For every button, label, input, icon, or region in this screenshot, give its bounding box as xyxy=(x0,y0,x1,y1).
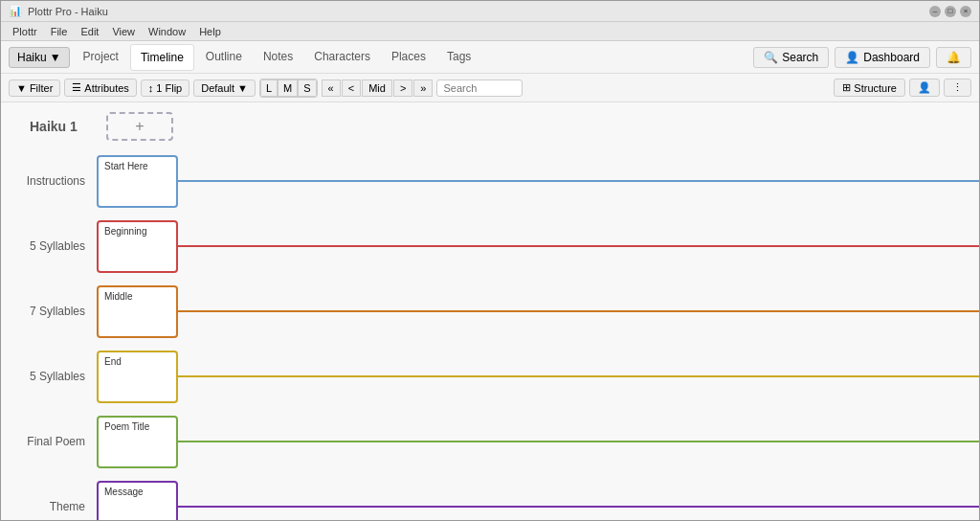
search-button[interactable]: 🔍 Search xyxy=(753,47,829,68)
app-icon: 📊 xyxy=(9,5,22,17)
menubar-item-edit[interactable]: Edit xyxy=(75,24,104,39)
connector-line-1 xyxy=(178,245,979,247)
menubar: PlottrFileEditViewWindowHelp xyxy=(1,22,979,41)
add-card-button[interactable]: + xyxy=(106,112,173,141)
tab-timeline[interactable]: Timeline xyxy=(130,44,194,71)
row-content-0: Start Here xyxy=(97,155,979,208)
row-content-5: Message xyxy=(97,481,979,522)
row-content-4: Poem Title xyxy=(97,416,979,468)
timeline-content: Haiku 1 + InstructionsStart Here5 Syllab… xyxy=(1,102,979,521)
timeline-row: 5 SyllablesBeginning xyxy=(11,217,979,275)
flip-button[interactable]: ↕ 1 Flip xyxy=(141,79,189,97)
menubar-item-help[interactable]: Help xyxy=(193,24,227,39)
size-medium-button[interactable]: M xyxy=(278,79,298,97)
timeline-card-3[interactable]: End xyxy=(97,351,178,403)
structure-button[interactable]: ⊞ Structure xyxy=(834,79,905,97)
row-label-instructions: Instructions xyxy=(11,174,97,188)
size-buttons: L M S xyxy=(259,79,318,98)
menubar-item-plottr[interactable]: Plottr xyxy=(7,24,43,39)
filter-button[interactable]: ▼ Filter xyxy=(9,79,60,97)
default-dropdown-button[interactable]: Default ▼ xyxy=(193,79,256,97)
titlebar-title: Plottr Pro - Haiku xyxy=(28,6,108,17)
app-window: 📊 Plottr Pro - Haiku – □ × PlottrFileEdi… xyxy=(0,0,980,521)
timeline-row: Final PoemPoem Title xyxy=(11,413,979,470)
timeline-row: 5 SyllablesEnd xyxy=(11,348,979,405)
filter-icon: ▼ xyxy=(16,82,27,94)
tab-characters[interactable]: Characters xyxy=(304,44,380,71)
toolbar2-right: ⊞ Structure 👤 ⋮ xyxy=(834,79,971,97)
timeline-card-5[interactable]: Message xyxy=(97,481,178,522)
size-small-button[interactable]: S xyxy=(298,79,316,97)
row-label-theme: Theme xyxy=(11,500,97,513)
search-icon: 🔍 xyxy=(764,51,778,64)
nav-prev-button[interactable]: < xyxy=(342,79,361,97)
minimize-button[interactable]: – xyxy=(929,6,941,17)
timeline-title: Haiku 1 xyxy=(30,119,78,134)
menubar-item-window[interactable]: Window xyxy=(143,24,191,39)
nav-arrow-buttons: « < Mid > » xyxy=(322,79,434,97)
toolbar2: ▼ Filter ☰ Attributes ↕ 1 Flip Default ▼… xyxy=(1,74,979,102)
toolbar2-left: ▼ Filter ☰ Attributes ↕ 1 Flip Default ▼… xyxy=(9,79,523,98)
connector-line-2 xyxy=(178,310,979,312)
timeline-row: ThemeMessage xyxy=(11,478,979,521)
timeline-header: Haiku 1 + xyxy=(11,112,979,141)
more-options-button[interactable]: ⋮ xyxy=(944,79,971,97)
flip-icon: ↕ xyxy=(148,82,154,94)
size-large-button[interactable]: L xyxy=(260,79,278,97)
row-content-3: End xyxy=(97,351,979,403)
plus-icon: + xyxy=(135,118,144,135)
timeline-row: InstructionsStart Here xyxy=(11,152,979,210)
timeline-card-1[interactable]: Beginning xyxy=(97,220,178,273)
row-label-5-syllables: 5 Syllables xyxy=(11,239,97,253)
connector-line-4 xyxy=(178,441,979,442)
timeline-card-2[interactable]: Middle xyxy=(97,285,178,338)
nav-last-button[interactable]: » xyxy=(413,79,433,97)
user-icon-button[interactable]: 👤 xyxy=(909,79,940,97)
connector-line-3 xyxy=(178,375,979,377)
close-button[interactable]: × xyxy=(960,6,971,17)
row-label-7-syllables: 7 Syllables xyxy=(11,305,97,318)
attributes-button[interactable]: ☰ Attributes xyxy=(64,79,136,97)
haiku-dropdown-button[interactable]: Haiku ▼ xyxy=(9,47,70,68)
canvas: Haiku 1 + InstructionsStart Here5 Syllab… xyxy=(1,102,979,521)
tab-notes[interactable]: Notes xyxy=(254,44,302,71)
connector-line-0 xyxy=(178,180,979,182)
maximize-button[interactable]: □ xyxy=(945,6,956,17)
bell-icon: 🔔 xyxy=(947,51,961,64)
main-area: Haiku 1 + InstructionsStart Here5 Syllab… xyxy=(1,102,979,521)
tab-project[interactable]: Project xyxy=(74,44,128,71)
structure-icon: ⊞ xyxy=(842,81,851,94)
row-content-2: Middle xyxy=(97,285,979,338)
dropdown-arrow-icon: ▼ xyxy=(50,51,61,64)
tab-places[interactable]: Places xyxy=(382,44,435,71)
nav-mid-button[interactable]: Mid xyxy=(362,79,392,97)
haiku-btn-label: Haiku xyxy=(17,51,47,64)
nav-first-button[interactable]: « xyxy=(322,79,341,97)
more-icon: ⋮ xyxy=(952,81,963,94)
default-arrow-icon: ▼ xyxy=(237,82,248,94)
titlebar-controls[interactable]: – □ × xyxy=(929,6,971,17)
tab-tags[interactable]: Tags xyxy=(437,44,480,71)
timeline-row: 7 SyllablesMiddle xyxy=(11,283,979,340)
timeline-card-4[interactable]: Poem Title xyxy=(97,416,178,468)
navbar-right: 🔍 Search 👤 Dashboard 🔔 xyxy=(753,47,971,68)
nav-tabs: ProjectTimelineOutlineNotesCharactersPla… xyxy=(74,44,481,71)
dashboard-icon: 👤 xyxy=(845,51,859,64)
titlebar-left: 📊 Plottr Pro - Haiku xyxy=(9,5,108,17)
rows-container: InstructionsStart Here5 SyllablesBeginni… xyxy=(11,152,979,521)
titlebar: 📊 Plottr Pro - Haiku – □ × xyxy=(1,1,979,22)
row-label-final-poem: Final Poem xyxy=(11,435,97,448)
attributes-icon: ☰ xyxy=(72,81,81,94)
nav-next-button[interactable]: > xyxy=(393,79,412,97)
user-icon: 👤 xyxy=(918,81,931,94)
navbar: Haiku ▼ ProjectTimelineOutlineNotesChara… xyxy=(1,41,979,74)
timeline-search-input[interactable] xyxy=(436,79,523,97)
timeline-card-0[interactable]: Start Here xyxy=(97,155,178,208)
bell-button[interactable]: 🔔 xyxy=(936,47,971,68)
row-label-5-syllables: 5 Syllables xyxy=(11,370,97,383)
menubar-item-file[interactable]: File xyxy=(45,24,74,39)
tab-outline[interactable]: Outline xyxy=(196,44,252,71)
dashboard-button[interactable]: 👤 Dashboard xyxy=(835,47,930,68)
menubar-item-view[interactable]: View xyxy=(106,24,141,39)
navbar-left: Haiku ▼ ProjectTimelineOutlineNotesChara… xyxy=(9,44,480,71)
